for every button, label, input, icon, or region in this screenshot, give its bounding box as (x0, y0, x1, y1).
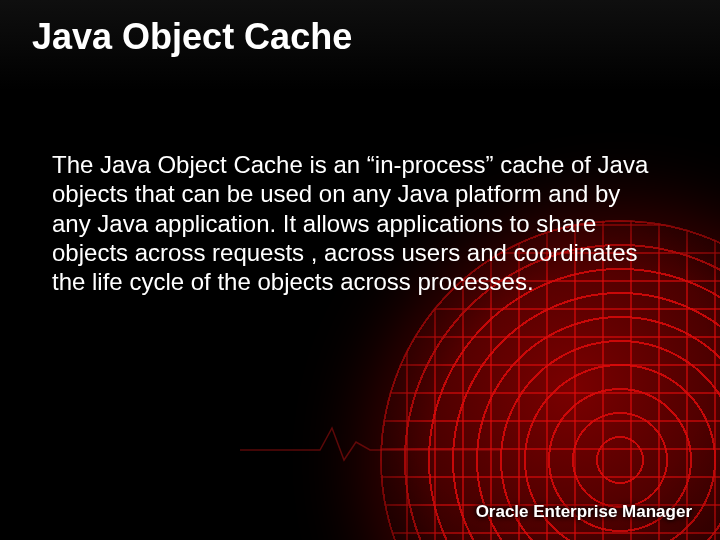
slide-title: Java Object Cache (32, 16, 352, 58)
pulse-line-graphic (240, 422, 500, 462)
slide: Java Object Cache The Java Object Cache … (0, 0, 720, 540)
slide-body-text: The Java Object Cache is an “in-process”… (52, 150, 652, 296)
slide-footer: Oracle Enterprise Manager (476, 502, 692, 522)
